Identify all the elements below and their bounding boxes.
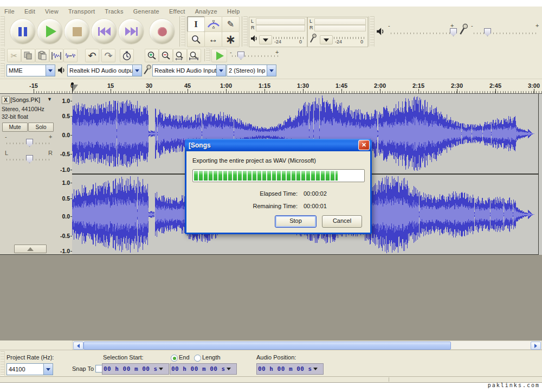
track-menu-arrow-icon[interactable]: ▼ (47, 97, 52, 102)
timeline-tick-label: 1:00 (220, 82, 232, 89)
input-channels-value: 2 (Stereo) Inp (227, 67, 267, 74)
selection-end-field[interactable]: 00 h 00 m 00 s (170, 363, 237, 375)
toolbar-row-2: ✂ ↶ ↷ (0, 48, 542, 63)
playback-meter[interactable]: L R -24 0 (249, 17, 307, 47)
fit-project-button[interactable] (187, 49, 201, 62)
meter-right-label: R (309, 25, 314, 30)
input-device-select[interactable]: Realtek HD Audio Input (152, 65, 226, 76)
menu-edit[interactable]: Edit (20, 8, 41, 15)
scroll-right-button[interactable] (531, 342, 541, 350)
length-radio-label: Length (202, 354, 221, 361)
menu-effect[interactable]: Effect (165, 8, 191, 15)
magnifier-icon (191, 35, 201, 44)
output-device-select[interactable]: Realtek HD Audio outpu (67, 65, 142, 76)
end-radio[interactable] (171, 355, 178, 362)
meter-scale-label: -24 (274, 39, 281, 44)
stop-button[interactable] (64, 19, 89, 44)
menu-transport[interactable]: Transport (64, 8, 100, 15)
playhead-sail (73, 85, 78, 92)
tools-toolbar-grabber[interactable] (181, 16, 185, 47)
output-volume-slider-track[interactable] (391, 33, 454, 34)
solo-button[interactable]: Solo (28, 123, 54, 132)
volume-minus-label: - (388, 22, 390, 29)
transcription-toolbar-grabber[interactable] (206, 49, 210, 61)
vruler-label: -0.5 (60, 151, 70, 157)
timeline-tick-label: 30 (146, 82, 152, 89)
project-rate-select[interactable]: 44100 (7, 363, 53, 375)
playback-meter-dropdown[interactable] (259, 35, 272, 44)
pause-icon (18, 27, 27, 36)
fit-selection-button[interactable] (173, 49, 187, 62)
play-button[interactable] (37, 19, 62, 44)
menu-help[interactable]: Help (223, 8, 246, 15)
cancel-export-button[interactable]: Cancel (322, 215, 362, 228)
dialog-title-bar[interactable]: [Songs ✕ (185, 139, 372, 151)
timeshift-tool-button[interactable]: ↔ (204, 31, 222, 47)
multi-tool-button[interactable]: ∗ (222, 31, 240, 47)
copy-icon (23, 52, 33, 60)
horizontal-scrollbar[interactable] (72, 340, 542, 350)
zoom-out-button[interactable] (159, 49, 173, 62)
zoom-in-button[interactable] (145, 49, 159, 62)
track-collapse-button[interactable] (14, 245, 47, 253)
menu-tracks[interactable]: Tracks (100, 8, 128, 15)
audio-position-value: 00 h 00 m 00 s (258, 365, 312, 372)
remaining-time-value: 00:00:01 (304, 203, 370, 209)
paste-button[interactable] (35, 49, 49, 62)
selection-toolbar-grabber[interactable] (1, 351, 5, 376)
trim-audio-button[interactable] (49, 49, 63, 62)
ibeam-icon: I (194, 20, 198, 29)
menu-generate[interactable]: Generate (129, 8, 165, 15)
track-pan-slider-thumb[interactable] (26, 155, 33, 163)
track-gain-slider-thumb[interactable] (26, 139, 33, 147)
input-gain-slider-thumb[interactable] (484, 28, 491, 36)
play-at-speed-button[interactable] (211, 49, 227, 62)
menu-view[interactable]: View (41, 8, 64, 15)
audio-position-field[interactable]: 00 h 00 m 00 s (256, 363, 324, 375)
input-gain-slider-track[interactable] (474, 33, 538, 34)
recording-meter-right-bar (314, 25, 366, 31)
transport-toolbar-grabber[interactable] (1, 16, 5, 47)
copy-button[interactable] (21, 49, 35, 62)
vertical-ruler[interactable]: 1.0 0.5 0.0 -0.5 -1.0 1.0 0.5 0.0 -0.5 -… (56, 94, 73, 255)
scrollbar-thumb[interactable] (83, 342, 451, 350)
scroll-left-icon (77, 344, 80, 348)
collapse-triangle-icon (27, 247, 34, 251)
stop-export-button[interactable]: Stop (275, 215, 317, 228)
undo-button[interactable]: ↶ (85, 49, 99, 62)
draw-tool-button[interactable]: ✎ (222, 16, 240, 32)
skip-to-start-button[interactable] (92, 19, 117, 44)
selection-start-field[interactable]: 00 h 00 m 00 s (102, 363, 169, 375)
menu-file[interactable]: File (0, 8, 20, 15)
track-title: [Songs.PK] (10, 97, 40, 103)
output-volume-slider-thumb[interactable] (450, 28, 457, 36)
timeline-ruler[interactable]: -15 0 15 30 45 1:00 1:15 1:30 1:45 2:00 … (0, 81, 542, 94)
record-button[interactable] (150, 19, 175, 44)
track-close-button[interactable]: X (2, 96, 10, 104)
track-control-panel[interactable]: X [Songs.PK] ▼ Stereo, 44100Hz 32-bit fl… (0, 94, 57, 255)
audio-host-select[interactable]: MME (7, 65, 55, 76)
timer-button[interactable] (120, 49, 134, 62)
mute-button[interactable]: Mute (2, 123, 28, 132)
menu-analyze[interactable]: Analyze (191, 8, 223, 15)
length-radio[interactable] (194, 355, 201, 362)
silence-audio-button[interactable] (63, 49, 78, 62)
envelope-tool-button[interactable] (204, 16, 222, 32)
recording-meter[interactable]: L R -24 0 (307, 17, 368, 47)
device-toolbar-grabber[interactable] (1, 63, 5, 78)
recording-meter-dropdown[interactable] (320, 35, 333, 44)
selection-tool-button[interactable]: I (187, 16, 205, 32)
cut-button[interactable]: ✂ (7, 49, 21, 62)
paste-icon (37, 51, 47, 60)
redo-button[interactable]: ↷ (101, 49, 115, 62)
edit-toolbar-grabber[interactable] (1, 49, 5, 61)
zoom-tool-button[interactable] (187, 31, 205, 47)
pause-button[interactable] (10, 19, 35, 44)
scroll-left-button[interactable] (73, 342, 83, 350)
mixer-toolbar-grabber[interactable] (370, 16, 375, 47)
meter-toolbar-grabber[interactable] (243, 16, 248, 47)
skip-to-end-button[interactable] (119, 19, 144, 44)
playback-speed-slider-thumb[interactable] (237, 52, 244, 60)
dialog-close-button[interactable]: ✕ (358, 140, 370, 150)
input-channels-select[interactable]: 2 (Stereo) Inp (227, 65, 276, 76)
